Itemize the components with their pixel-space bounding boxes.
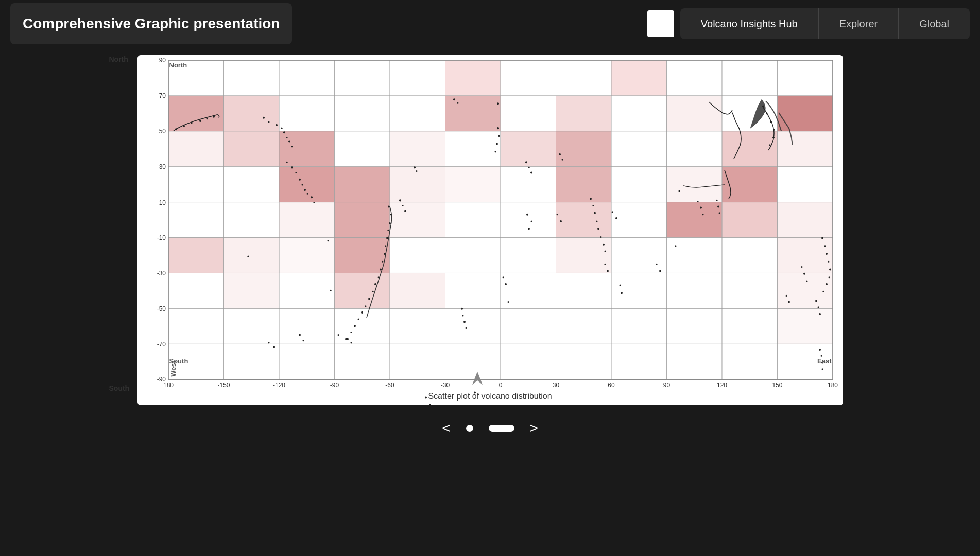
svg-rect-90 (445, 308, 501, 344)
svg-rect-58 (666, 202, 722, 238)
svg-point-171 (295, 172, 297, 173)
svg-point-163 (276, 124, 278, 126)
svg-point-232 (604, 250, 606, 252)
svg-text:-120: -120 (273, 381, 285, 389)
svg-rect-83 (722, 273, 778, 308)
svg-rect-42 (445, 167, 501, 202)
svg-point-287 (429, 404, 431, 405)
svg-point-259 (505, 283, 507, 285)
svg-rect-20 (556, 96, 611, 131)
tab-explorer[interactable]: Explorer (819, 8, 899, 39)
svg-point-215 (817, 306, 819, 308)
svg-point-206 (821, 237, 823, 239)
north-corner-label: North (169, 61, 187, 69)
svg-point-242 (462, 315, 463, 316)
svg-rect-79 (501, 273, 556, 308)
svg-text:0: 0 (498, 381, 502, 389)
svg-rect-78 (445, 273, 501, 308)
svg-point-194 (354, 325, 356, 327)
svg-rect-105 (611, 344, 667, 379)
header: Comprehensive Graphic presentation Volca… (0, 0, 980, 47)
svg-point-198 (766, 113, 767, 114)
svg-rect-27 (279, 131, 335, 167)
svg-rect-88 (334, 308, 390, 344)
svg-rect-17 (390, 96, 445, 131)
svg-point-205 (718, 212, 720, 214)
svg-point-183 (385, 245, 386, 247)
tab-volcano-insights-hub[interactable]: Volcano Insights Hub (680, 8, 819, 39)
svg-rect-81 (611, 273, 667, 308)
svg-rect-63 (279, 238, 335, 273)
svg-point-235 (530, 171, 532, 173)
svg-point-227 (594, 212, 596, 214)
svg-point-217 (414, 166, 416, 168)
footer: < > (0, 410, 980, 441)
svg-point-285 (497, 102, 499, 105)
svg-point-162 (268, 121, 269, 123)
svg-rect-43 (501, 167, 556, 202)
svg-rect-96 (777, 308, 833, 344)
svg-rect-3 (279, 60, 335, 96)
chart-container: North South (137, 55, 843, 405)
svg-point-201 (772, 136, 775, 138)
svg-point-252 (302, 340, 304, 341)
svg-point-191 (365, 305, 366, 307)
svg-rect-75 (279, 273, 335, 308)
svg-point-267 (678, 190, 680, 192)
svg-point-284 (560, 220, 562, 222)
svg-point-251 (299, 334, 301, 336)
svg-point-262 (621, 292, 623, 294)
svg-point-240 (404, 210, 406, 212)
svg-point-261 (619, 285, 621, 286)
svg-point-221 (496, 143, 498, 145)
svg-point-157 (191, 122, 192, 124)
svg-point-172 (299, 179, 301, 181)
svg-rect-40 (334, 167, 390, 202)
svg-point-219 (497, 127, 499, 129)
svg-point-200 (773, 129, 775, 131)
svg-point-155 (175, 128, 177, 130)
svg-rect-64 (334, 238, 390, 273)
prev-button[interactable]: < (442, 420, 450, 437)
svg-point-280 (788, 301, 790, 303)
svg-rect-59 (722, 202, 778, 238)
svg-point-216 (819, 313, 821, 315)
svg-rect-12 (777, 60, 833, 96)
svg-point-177 (313, 202, 315, 203)
svg-point-246 (530, 221, 532, 222)
svg-point-266 (659, 270, 661, 272)
svg-text:150: 150 (772, 381, 782, 389)
svg-rect-50 (223, 202, 279, 238)
svg-point-265 (656, 264, 657, 265)
svg-point-209 (828, 261, 829, 263)
svg-point-231 (603, 244, 605, 246)
svg-point-228 (596, 221, 597, 222)
scatter-plot: 90 70 50 30 10 -10 -30 -50 -70 -90 (168, 60, 833, 379)
svg-rect-93 (611, 308, 667, 344)
west-corner-label: West (169, 361, 177, 377)
chart-caption: Scatter plot of volcano distribution (137, 392, 843, 401)
svg-point-263 (604, 264, 606, 265)
svg-point-203 (716, 200, 717, 201)
svg-text:30: 30 (552, 381, 559, 389)
next-button[interactable]: > (530, 420, 538, 437)
svg-point-270 (700, 207, 702, 209)
svg-rect-56 (556, 202, 611, 238)
svg-text:-90: -90 (330, 381, 339, 389)
north-label: North (109, 55, 128, 63)
svg-rect-26 (223, 131, 279, 167)
svg-rect-107 (722, 344, 778, 379)
svg-point-176 (311, 196, 313, 198)
svg-point-260 (507, 301, 509, 303)
svg-point-167 (288, 141, 290, 143)
svg-rect-33 (611, 131, 667, 167)
svg-text:70: 70 (159, 92, 166, 99)
svg-point-184 (384, 253, 386, 255)
svg-point-224 (457, 102, 458, 104)
svg-rect-51 (279, 202, 335, 238)
svg-rect-36 (777, 131, 833, 167)
svg-point-173 (301, 184, 303, 185)
tab-global[interactable]: Global (899, 8, 970, 39)
svg-rect-95 (722, 308, 778, 344)
svg-rect-10 (666, 60, 722, 96)
